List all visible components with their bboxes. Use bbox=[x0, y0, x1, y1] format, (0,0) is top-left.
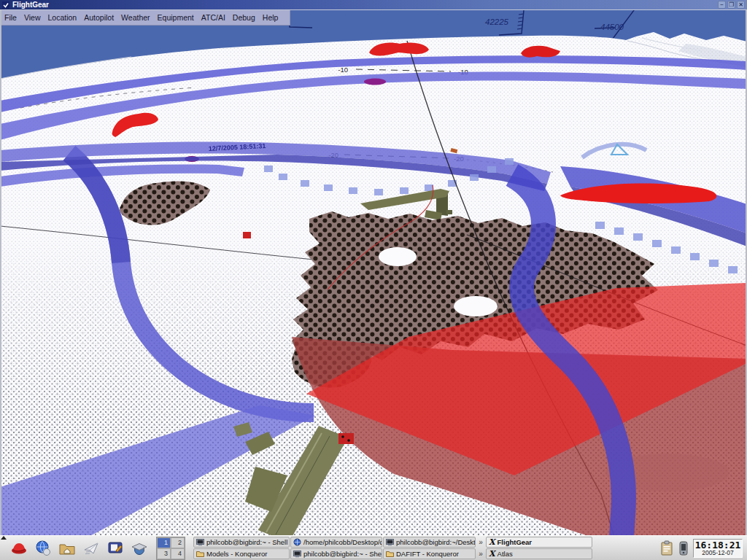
menu-item-location[interactable]: Location bbox=[48, 10, 77, 26]
menu-item-autopilot[interactable]: Autopilot bbox=[84, 10, 114, 26]
panel-launchers bbox=[9, 539, 149, 558]
terminal-icon bbox=[386, 538, 394, 546]
home-folder-icon bbox=[58, 540, 76, 557]
taskbar-overflow-chevron[interactable]: » bbox=[476, 537, 485, 548]
launcher-web-browser[interactable] bbox=[34, 539, 53, 558]
menu-item-help[interactable]: Help bbox=[263, 10, 279, 26]
task-label: Models - Konqueror bbox=[206, 550, 267, 558]
taskbar-button-shell-3[interactable]: philcobb@bigbird:~ - Shell - K bbox=[290, 548, 382, 559]
desktop: FlightGear − ❐ ✕ bbox=[0, 0, 747, 560]
flightgear-window-icon bbox=[2, 1, 9, 9]
menu-item-atc-ai[interactable]: ATC/AI bbox=[201, 10, 225, 26]
writer-icon bbox=[107, 540, 124, 557]
taskbar-button-flightgear[interactable]: X FlightGear bbox=[486, 537, 592, 548]
sua-purple bbox=[364, 79, 386, 85]
terminal-icon bbox=[196, 538, 204, 546]
pager-desktop-4[interactable]: 4 bbox=[171, 548, 185, 559]
altitude-label-44500: 44500 bbox=[600, 23, 624, 31]
clock[interactable]: 16:18:21 2005-12-07 bbox=[693, 539, 743, 558]
task-label: philcobb@bigbird:~ - Shell - K bbox=[206, 538, 290, 546]
menu-item-debug[interactable]: Debug bbox=[233, 10, 255, 26]
task-label: Atlas bbox=[498, 550, 513, 558]
task-label: /home/philcobb/Desktop/dafif bbox=[303, 538, 382, 546]
folder-icon bbox=[196, 550, 204, 558]
clock-date: 2005-12-07 bbox=[694, 550, 742, 556]
window-frame-left bbox=[0, 10, 1, 535]
taskbar-overflow-chevron[interactable]: » bbox=[476, 548, 485, 559]
clock-time: 16:18:21 bbox=[694, 540, 742, 550]
window-titlebar[interactable]: FlightGear − ❐ ✕ bbox=[0, 0, 747, 10]
launcher-home-folder[interactable] bbox=[58, 539, 77, 558]
task-label: philcobb@bigbird:~ - Shell - K bbox=[303, 550, 382, 558]
taskbar-button-shell-1[interactable]: philcobb@bigbird:~ - Shell - K bbox=[193, 537, 290, 548]
taskbar-button-konqueror-dafif[interactable]: /home/philcobb/Desktop/dafif bbox=[290, 537, 382, 548]
altitude-label-42225: 42225 bbox=[485, 18, 509, 26]
taskbar-button-atlas[interactable]: X Atlas bbox=[486, 548, 592, 559]
x11-icon: X bbox=[489, 538, 495, 546]
taskbar-button-dafift[interactable]: DAFIFT - Konqueror bbox=[383, 548, 476, 559]
graduation-cap-icon bbox=[131, 540, 148, 557]
kicker-panel: 1 2 3 4 philcobb@bigbird:~ - Shell - K /… bbox=[0, 535, 747, 560]
pager-desktop-1[interactable]: 1 bbox=[157, 537, 171, 548]
launcher-paper-airplane[interactable] bbox=[82, 539, 101, 558]
x11-icon: X bbox=[489, 550, 495, 558]
globe-icon bbox=[34, 540, 52, 557]
redhat-icon bbox=[10, 540, 28, 557]
task-label: DAFIFT - Konqueror bbox=[396, 550, 459, 558]
task-label: FlightGear bbox=[498, 538, 533, 546]
desktop-pager: 1 2 3 4 bbox=[156, 537, 185, 560]
menubar: File View Location Autopilot Weather Equ… bbox=[0, 10, 290, 26]
klipper-clipboard-icon[interactable] bbox=[659, 540, 674, 556]
launcher-writer[interactable] bbox=[106, 539, 125, 558]
menu-item-equipment[interactable]: Equipment bbox=[158, 10, 194, 26]
taskbar-button-shell-2[interactable]: philcobb@bigbird:~/Desktop/d bbox=[383, 537, 476, 548]
window-title: FlightGear bbox=[12, 0, 49, 9]
close-button[interactable]: ✕ bbox=[737, 1, 745, 9]
scene-3d: 42225 44500 -10 -10 -20 bbox=[0, 10, 747, 535]
taskbar-button-models[interactable]: Models - Konqueror bbox=[193, 548, 290, 559]
panel-hide-arrow[interactable] bbox=[1, 536, 7, 540]
flightgear-3d-view[interactable]: 42225 44500 -10 -10 -20 bbox=[0, 10, 747, 535]
minimize-button[interactable]: − bbox=[718, 1, 726, 9]
launcher-graduation-cap[interactable] bbox=[130, 539, 149, 558]
paper-airplane-icon bbox=[82, 540, 100, 557]
system-tray: 16:18:21 2005-12-07 bbox=[659, 539, 744, 558]
terminal-icon bbox=[293, 550, 301, 558]
folder-icon bbox=[386, 550, 394, 558]
konqueror-icon bbox=[293, 538, 301, 546]
window-buttons: − ❐ ✕ bbox=[718, 1, 745, 9]
task-label: philcobb@bigbird:~/Desktop/d bbox=[396, 538, 476, 546]
pager-desktop-2[interactable]: 2 bbox=[171, 537, 185, 548]
menu-item-weather[interactable]: Weather bbox=[121, 10, 150, 26]
taskbar-buttons: philcobb@bigbird:~ - Shell - K /home/phi… bbox=[193, 537, 592, 559]
restore-button[interactable]: ❐ bbox=[727, 1, 735, 9]
launcher-redhat-menu[interactable] bbox=[9, 539, 28, 558]
menu-item-file[interactable]: File bbox=[4, 10, 17, 26]
pager-desktop-3[interactable]: 3 bbox=[157, 548, 171, 559]
tray-device-icon[interactable] bbox=[678, 541, 689, 556]
menu-item-view[interactable]: View bbox=[24, 10, 41, 26]
